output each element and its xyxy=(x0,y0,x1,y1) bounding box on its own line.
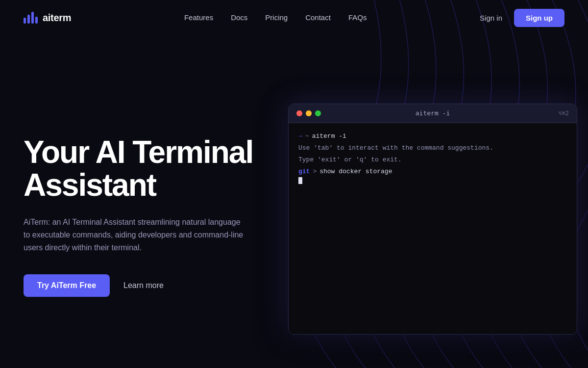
prompt-tilde: ~ xyxy=(305,131,309,142)
terminal-window: aiterm -i ⌥⌘2 → ~ aiterm -i Use 'tab' to… xyxy=(288,104,577,335)
sign-up-button[interactable]: Sign up xyxy=(514,9,564,27)
logo-bar-4 xyxy=(35,17,38,24)
docker-command: show docker storage xyxy=(319,166,392,177)
logo[interactable]: aiterm xyxy=(24,12,71,24)
sign-in-button[interactable]: Sign in xyxy=(480,14,502,22)
learn-more-link[interactable]: Learn more xyxy=(123,281,164,290)
git-prompt: git xyxy=(298,166,310,177)
terminal-titlebar: aiterm -i ⌥⌘2 xyxy=(289,104,577,123)
nav-item-contact[interactable]: Contact xyxy=(305,13,331,22)
terminal-title: aiterm -i xyxy=(416,109,450,117)
terminal-output-2: Type 'exit' or 'q' to exit. xyxy=(298,155,567,165)
hero-buttons: Try AiTerm Free Learn more xyxy=(24,274,269,297)
nav-item-features[interactable]: Features xyxy=(184,13,213,22)
output-text-2: Type 'exit' or 'q' to exit. xyxy=(298,156,402,163)
nav-item-faqs[interactable]: FAQs xyxy=(348,13,367,22)
try-free-button[interactable]: Try AiTerm Free xyxy=(24,274,110,297)
terminal-body: → ~ aiterm -i Use 'tab' to interact with… xyxy=(289,123,577,334)
terminal-dot-close[interactable] xyxy=(296,110,302,116)
command-aiterm: aiterm -i xyxy=(312,131,346,142)
logo-bar-1 xyxy=(24,18,26,24)
nav-link-features[interactable]: Features xyxy=(184,13,213,22)
logo-bar-2 xyxy=(27,15,30,24)
nav-item-docs[interactable]: Docs xyxy=(231,13,247,22)
navbar: aiterm Features Docs Pricing Contact FAQ… xyxy=(0,0,588,35)
prompt-arrow: → xyxy=(298,131,302,142)
logo-bar-3 xyxy=(31,12,34,24)
nav-link-pricing[interactable]: Pricing xyxy=(265,13,288,22)
hero-title: Your AI Terminal Assistant xyxy=(24,136,269,202)
terminal-output-1: Use 'tab' to interact with the command s… xyxy=(298,143,567,154)
nav-item-pricing[interactable]: Pricing xyxy=(265,13,288,22)
logo-icon xyxy=(24,12,38,24)
input-arrow: > xyxy=(313,166,317,177)
terminal-cursor xyxy=(298,177,302,184)
terminal-cursor-line xyxy=(298,177,567,184)
terminal-dots xyxy=(296,110,321,116)
hero-content: Your AI Terminal Assistant AiTerm: an AI… xyxy=(24,136,269,297)
hero-description: AiTerm: an AI Terminal Assistant streaml… xyxy=(24,216,249,255)
terminal-dot-minimize[interactable] xyxy=(306,110,312,116)
output-text-1: Use 'tab' to interact with the command s… xyxy=(298,144,493,152)
nav-link-faqs[interactable]: FAQs xyxy=(348,13,367,22)
hero-section: Your AI Terminal Assistant AiTerm: an AI… xyxy=(0,35,588,368)
terminal-line-1: → ~ aiterm -i xyxy=(298,131,567,142)
logo-text: aiterm xyxy=(43,12,71,24)
nav-links: Features Docs Pricing Contact FAQs xyxy=(184,13,367,22)
nav-link-contact[interactable]: Contact xyxy=(305,13,331,22)
nav-actions: Sign in Sign up xyxy=(480,9,564,27)
terminal-line-input: git > show docker storage xyxy=(298,166,567,177)
terminal-dot-maximize[interactable] xyxy=(315,110,321,116)
terminal-container: aiterm -i ⌥⌘2 → ~ aiterm -i Use 'tab' to… xyxy=(288,99,577,335)
nav-link-docs[interactable]: Docs xyxy=(231,13,247,22)
terminal-shortcut: ⌥⌘2 xyxy=(558,110,569,117)
